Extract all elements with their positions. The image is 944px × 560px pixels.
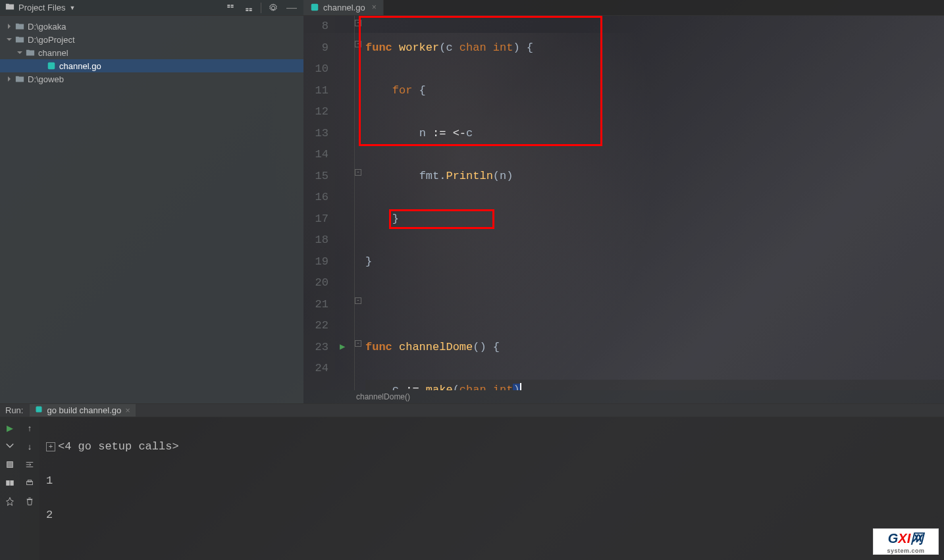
svg-rect-5 [11,481,13,486]
sidebar-title: Project Files [18,3,66,13]
svg-rect-2 [36,407,42,413]
down-button[interactable]: ↓ [23,440,36,453]
fold-marker[interactable]: - [355,297,361,304]
line-number: 20 [303,272,328,294]
fold-marker[interactable]: - [355,340,361,347]
svg-rect-4 [7,481,9,486]
chevron-icon [16,49,24,57]
line-number: 22 [303,315,328,337]
watermark: GXI网 system.com [873,528,939,555]
tree-item[interactable]: D:\goProject [0,33,303,46]
project-tree[interactable]: D:\gokakaD:\goProjectchannelchannel.goD:… [0,16,303,89]
chevron-down-icon: ▼ [70,5,76,11]
line-number: 17 [303,209,328,230]
go-file-icon [35,405,43,415]
fold-marker[interactable]: - [355,169,361,176]
tree-label: D:\gokaka [28,22,66,32]
console-line: 1 [46,472,937,490]
wrap-button[interactable] [23,458,36,471]
gear-icon[interactable] [267,1,280,14]
tab-label: channel.go [323,3,365,13]
line-number: 10 [303,59,328,80]
tree-label: D:\goProject [28,35,75,45]
line-number: 21 [303,294,328,316]
run-toolbar-console: ↑ ↓ [20,417,39,560]
fold-marker[interactable]: - [355,20,361,26]
svg-rect-3 [7,462,13,468]
line-number: 24 [303,358,328,380]
breadcrumb[interactable]: channelDome() [303,390,944,403]
editor-area: channel.go × 891011121314151617181920212… [303,0,944,403]
run-label: Run: [5,405,23,415]
tree-label: channel.go [59,61,101,71]
chevron-icon [5,36,13,43]
line-number: 8 [303,16,328,38]
expand-setup-button[interactable]: + [46,442,55,451]
code-editor[interactable]: 89101112131415161718192021222324 ▶ - - -… [303,16,944,390]
line-number: 15 [303,166,328,188]
console-output[interactable]: +<4 go setup calls> 1 2 Process finished… [39,417,944,560]
setup-calls-text: <4 go setup calls> [58,438,179,455]
stop-button[interactable] [3,458,16,471]
tree-item[interactable]: D:\goweb [0,72,303,86]
go-file-icon [46,61,57,71]
code-content[interactable]: func worker(c chan int) { for { n := <-c… [363,16,944,390]
print-button[interactable] [23,476,36,490]
folder-icon [14,21,25,32]
tree-item[interactable]: channel.go [0,59,303,72]
run-panel: Run: go build channel.go × ▶ ↑ ↓ [0,403,944,560]
fold-gutter: - - - - - [355,16,363,390]
up-button[interactable]: ↑ [23,421,36,434]
folder-icon [25,47,36,58]
rerun-button[interactable]: ▶ [3,421,16,434]
tree-item[interactable]: channel [0,46,303,59]
run-toolbar-left: ▶ [0,417,20,560]
fold-marker[interactable]: - [355,41,361,47]
project-files-dropdown[interactable]: Project Files ▼ [5,2,75,13]
trash-button[interactable] [23,495,36,508]
tab-channel-go[interactable]: channel.go × [303,0,384,15]
folder-icon [14,34,25,45]
pin-button[interactable] [3,495,16,508]
go-file-icon [310,3,319,12]
line-number: 19 [303,251,328,273]
svg-rect-1 [311,4,319,11]
line-number: 14 [303,144,328,166]
run-config-tab[interactable]: go build channel.go × [30,404,135,417]
sidebar-header: Project Files ▼ — [0,0,303,16]
run-gutter-icon[interactable]: ▶ [340,336,345,358]
line-number: 13 [303,123,328,145]
folder-icon [5,2,14,13]
close-icon[interactable]: × [125,405,130,415]
settings-button[interactable] [3,440,16,453]
line-number: 9 [303,38,328,59]
line-number: 16 [303,187,328,209]
tree-label: D:\goweb [28,74,64,84]
tree-item[interactable]: D:\gokaka [0,20,303,33]
chevron-icon [5,22,13,30]
run-header: Run: go build channel.go × [0,404,944,417]
console-line: 2 [46,507,937,524]
line-number: 23 [303,337,328,359]
close-icon[interactable]: × [372,3,377,12]
expand-all-button[interactable] [242,1,255,14]
layout-button[interactable] [3,476,16,490]
tree-label: channel [38,48,68,58]
line-number-gutter: 89101112131415161718192021222324 [303,16,335,390]
hide-button[interactable]: — [285,1,298,14]
folder-icon [14,74,25,84]
chevron-icon [5,75,13,83]
collapse-all-button[interactable] [224,1,237,14]
text-cursor [520,383,521,390]
project-sidebar: Project Files ▼ — D:\gokakaD:\goProjectc… [0,0,303,403]
svg-rect-0 [48,63,55,70]
line-number: 11 [303,80,328,102]
gutter-icons: ▶ [335,16,355,390]
run-tab-label: go build channel.go [47,405,121,415]
line-number: 18 [303,230,328,251]
chevron-icon [37,62,45,70]
line-number: 12 [303,101,328,123]
editor-tabs: channel.go × [303,0,944,16]
